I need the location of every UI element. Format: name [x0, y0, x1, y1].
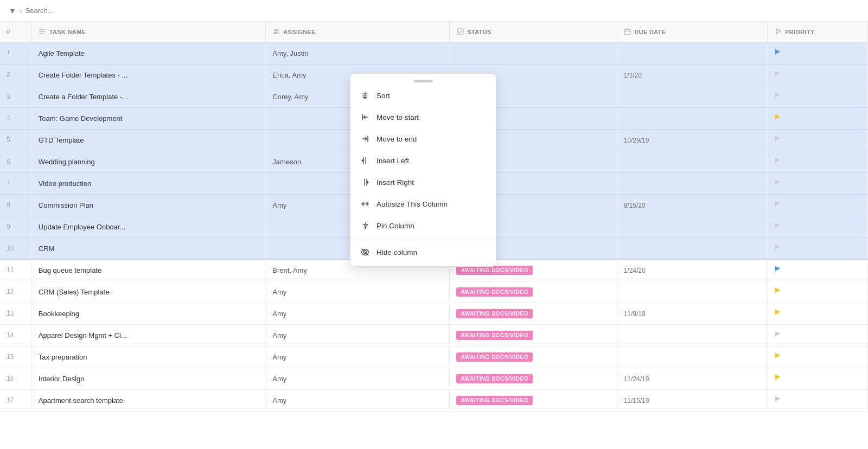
menu-item-insert-right[interactable]: Insert Right	[350, 171, 496, 193]
table-row[interactable]: 15 Tax preparation Amy AWAITING DOCS/VID…	[0, 346, 868, 368]
row-task[interactable]: Create a Folder Template -...	[31, 86, 266, 107]
row-task[interactable]: Interior Design	[31, 368, 266, 389]
row-num: 17	[0, 389, 31, 411]
row-task[interactable]: Apartment search template	[31, 389, 266, 411]
svg-rect-1	[39, 31, 45, 33]
insert-right-icon	[360, 177, 370, 187]
row-task[interactable]: Agile Template	[31, 42, 266, 64]
row-num: 11	[0, 259, 31, 281]
insert-left-icon	[360, 156, 370, 165]
filter-bar: ▼ ›	[9, 7, 117, 15]
search-input[interactable]	[25, 7, 117, 15]
table-row[interactable]: 13 Bookkeeping Amy AWAITING DOCS/VIDEO 1…	[0, 303, 868, 324]
row-duedate: 11/9/19	[617, 303, 767, 324]
menu-item-sort[interactable]: Sort	[350, 85, 496, 106]
row-priority	[768, 259, 868, 281]
row-num: 9	[0, 216, 31, 238]
svg-rect-2	[39, 33, 43, 34]
col-header-priority[interactable]: PRIORITY	[768, 22, 868, 42]
col-header-task[interactable]: TASK NAME	[31, 22, 266, 42]
row-priority	[768, 64, 868, 86]
row-task[interactable]: Wedding planning	[31, 151, 266, 172]
row-num: 2	[0, 64, 31, 86]
row-task[interactable]: Bookkeeping	[31, 303, 266, 324]
col-header-status[interactable]: STATUS	[450, 22, 617, 42]
row-priority	[768, 389, 868, 411]
col-header-num[interactable]: #	[0, 22, 31, 42]
table-row[interactable]: 14 Apparel Design Mgmt + Cl... Amy AWAIT…	[0, 324, 868, 346]
row-num: 1	[0, 42, 31, 64]
row-priority	[768, 42, 868, 64]
table-row[interactable]: 17 Apartment search template Amy AWAITIN…	[0, 389, 868, 411]
row-priority	[768, 346, 868, 368]
col-header-duedate[interactable]: DUE DATE	[617, 22, 767, 42]
row-duedate	[617, 172, 767, 194]
row-priority	[768, 281, 868, 303]
row-num: 3	[0, 86, 31, 107]
row-assignee: Amy	[266, 346, 450, 368]
context-menu: Sort Move to start Mov	[350, 73, 496, 267]
row-priority	[768, 238, 868, 259]
row-priority	[768, 107, 868, 129]
row-task[interactable]: Tax preparation	[31, 346, 266, 368]
row-status: AWAITING DOCS/VIDEO	[450, 281, 617, 303]
menu-item-autosize[interactable]: Autosize This Column	[350, 193, 496, 215]
menu-insert-right-label: Insert Right	[376, 178, 414, 187]
menu-hide-label: Hide column	[376, 248, 417, 256]
row-task[interactable]: Video production	[31, 172, 266, 194]
row-status: AWAITING DOCS/VIDEO	[450, 389, 617, 411]
menu-pin-label: Pin Column	[376, 222, 414, 230]
row-priority	[768, 303, 868, 324]
row-priority	[768, 194, 868, 216]
row-duedate: 10/29/19	[617, 129, 767, 151]
row-duedate: 11/24/19	[617, 368, 767, 389]
col-priority-label: PRIORITY	[785, 29, 814, 35]
row-task[interactable]: Commission Plan	[31, 194, 266, 216]
row-duedate	[617, 346, 767, 368]
filter-icon[interactable]: ▼	[9, 7, 16, 15]
row-task[interactable]: Update Employee Onboar...	[31, 216, 266, 238]
menu-item-pin[interactable]: Pin Column	[350, 215, 496, 236]
row-task[interactable]: CRM	[31, 238, 266, 259]
autosize-icon	[360, 199, 370, 209]
menu-item-move-end[interactable]: Move to end	[350, 128, 496, 150]
row-task[interactable]: Team: Game Development	[31, 107, 266, 129]
sort-icon	[360, 91, 370, 100]
row-task[interactable]: GTD Template	[31, 129, 266, 151]
row-duedate	[617, 107, 767, 129]
menu-handle	[350, 77, 496, 85]
row-duedate	[617, 281, 767, 303]
table-row[interactable]: 1 Agile Template Amy, Justin	[0, 42, 868, 64]
table-row[interactable]: 16 Interior Design Amy AWAITING DOCS/VID…	[0, 368, 868, 389]
toolbar: ▼ ›	[0, 0, 868, 22]
row-task[interactable]: Apparel Design Mgmt + Cl...	[31, 324, 266, 346]
row-duedate: 11/15/19	[617, 389, 767, 411]
menu-item-hide[interactable]: Hide column	[350, 241, 496, 263]
row-num: 10	[0, 238, 31, 259]
row-task[interactable]: Create Folder Templates - ...	[31, 64, 266, 86]
row-status	[450, 42, 617, 64]
row-num: 8	[0, 194, 31, 216]
row-duedate	[617, 324, 767, 346]
table-row[interactable]: 12 CRM (Sales) Template Amy AWAITING DOC…	[0, 281, 868, 303]
row-duedate	[617, 151, 767, 172]
filter-separator: ›	[20, 7, 22, 15]
menu-item-move-start[interactable]: Move to start	[350, 106, 496, 128]
row-duedate	[617, 42, 767, 64]
handle-bar	[413, 80, 433, 82]
menu-item-insert-left[interactable]: Insert Left	[350, 150, 496, 171]
row-priority	[768, 172, 868, 194]
row-task[interactable]: Bug queue template	[31, 259, 266, 281]
col-num-label: #	[7, 28, 10, 36]
row-priority	[768, 129, 868, 151]
svg-rect-0	[39, 29, 45, 30]
row-task[interactable]: CRM (Sales) Template	[31, 281, 266, 303]
row-num: 16	[0, 368, 31, 389]
col-status-label: STATUS	[467, 29, 491, 35]
row-priority	[768, 86, 868, 107]
hide-icon	[360, 247, 370, 257]
col-header-assignee[interactable]: ASSIGNEE	[266, 22, 450, 42]
row-status: AWAITING DOCS/VIDEO	[450, 303, 617, 324]
row-num: 6	[0, 151, 31, 172]
svg-rect-6	[624, 29, 630, 35]
